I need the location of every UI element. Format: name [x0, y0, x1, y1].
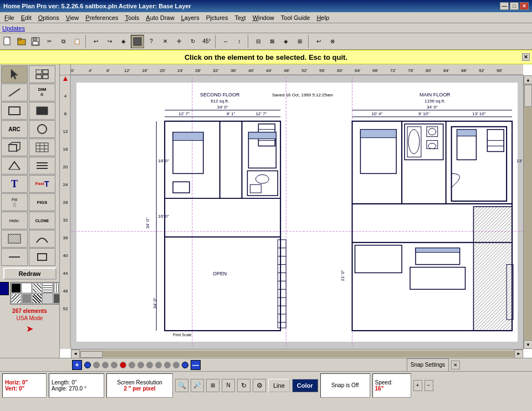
- scroll-track-vertical[interactable]: [524, 84, 532, 340]
- menu-edit[interactable]: Edit: [18, 13, 35, 22]
- pattern-cell-7[interactable]: [22, 294, 32, 304]
- toolbar-move[interactable]: ✛: [172, 35, 186, 48]
- snap-circle-12[interactable]: [182, 362, 188, 368]
- snap-circle-10[interactable]: [164, 362, 171, 368]
- color-swatch[interactable]: [0, 282, 9, 295]
- pattern-cell-6[interactable]: [11, 294, 21, 304]
- tool-fill[interactable]: Fill░: [1, 193, 28, 211]
- tool-poly[interactable]: [1, 157, 28, 174]
- snap-circle-4[interactable]: [111, 362, 117, 368]
- pattern-cell-5[interactable]: [53, 283, 60, 293]
- snap-plus-button[interactable]: +: [72, 360, 82, 370]
- tool-line[interactable]: [1, 84, 28, 101]
- notification-close[interactable]: ✕: [522, 53, 530, 61]
- pattern-cell-9[interactable]: [43, 294, 53, 304]
- tool-line-h[interactable]: [1, 248, 28, 266]
- settings-button[interactable]: ⚙: [253, 379, 266, 392]
- snap-circle-3[interactable]: [102, 362, 109, 368]
- snap-circle-5[interactable]: [120, 362, 126, 368]
- snap-circle-2[interactable]: [93, 362, 100, 368]
- scroll-thumb-vertical[interactable]: [524, 85, 532, 107]
- snap-circle-6[interactable]: [129, 362, 135, 368]
- tool-text-fast[interactable]: FastT: [29, 175, 55, 193]
- menu-preferences[interactable]: Preferences: [82, 13, 121, 22]
- north-button[interactable]: N: [222, 379, 235, 392]
- tool-curve[interactable]: [29, 230, 55, 248]
- tool-clone[interactable]: CLONE: [29, 212, 55, 229]
- toolbar-save[interactable]: [29, 35, 42, 48]
- updates-label[interactable]: Updates: [2, 25, 25, 32]
- tool-hide[interactable]: Hide:: [1, 212, 28, 229]
- toolbar-cut[interactable]: ✂: [43, 35, 56, 48]
- tool-arc[interactable]: ARC: [1, 120, 28, 138]
- menu-layers[interactable]: Layers: [178, 13, 203, 22]
- scroll-right-button[interactable]: ►: [514, 350, 523, 358]
- tool-figs[interactable]: FIGS: [29, 193, 55, 211]
- zoom-in-button[interactable]: 🔍: [175, 379, 188, 392]
- toolbar-select[interactable]: ◈: [117, 35, 130, 48]
- redraw-button[interactable]: Redraw: [3, 268, 57, 280]
- pattern-cell-8[interactable]: [32, 294, 42, 304]
- menu-autodraw[interactable]: Auto Draw: [142, 13, 177, 22]
- toolbar-new[interactable]: [1, 35, 14, 48]
- toolbar-question[interactable]: ?: [145, 35, 158, 48]
- menu-view[interactable]: View: [63, 13, 83, 22]
- toolbar-active[interactable]: [131, 35, 144, 48]
- scroll-thumb-horizontal[interactable]: [80, 351, 103, 358]
- menu-file[interactable]: File: [1, 13, 18, 22]
- toolbar-redo[interactable]: ↪: [103, 35, 116, 48]
- snap-circle-7[interactable]: [137, 362, 144, 368]
- toolbar-misc1[interactable]: ◈: [279, 35, 293, 48]
- line-button[interactable]: Line: [268, 379, 290, 392]
- speed-down-button[interactable]: −: [424, 380, 433, 391]
- maximize-button[interactable]: □: [510, 2, 519, 10]
- snap-circle-11[interactable]: [173, 362, 180, 368]
- tool-select-arrow[interactable]: [1, 65, 28, 83]
- toolbar-flip-h[interactable]: ↔: [219, 35, 232, 48]
- toolbar-rotate[interactable]: ↻: [186, 35, 200, 48]
- toolbar-flip-v[interactable]: ↕: [233, 35, 246, 48]
- menu-text[interactable]: Text: [231, 13, 249, 22]
- menu-pictures[interactable]: Pictures: [203, 13, 232, 22]
- menu-tools[interactable]: Tools: [122, 13, 143, 22]
- toolbar-open[interactable]: [15, 35, 28, 48]
- toolbar-45[interactable]: 45°: [200, 35, 213, 48]
- tool-grid[interactable]: [29, 138, 55, 156]
- snap-minus-button[interactable]: —: [191, 360, 201, 370]
- toolbar-undo[interactable]: ↩: [89, 35, 103, 48]
- refresh-button[interactable]: ↻: [237, 379, 250, 392]
- zoom-out-button[interactable]: 🔎: [191, 379, 204, 392]
- menu-window[interactable]: Window: [249, 13, 278, 22]
- tool-text-t[interactable]: T: [1, 175, 28, 193]
- toolbar-misc2[interactable]: ⊞: [293, 35, 306, 48]
- fit-button[interactable]: ⊞: [206, 379, 219, 392]
- scroll-track-horizontal[interactable]: [80, 351, 514, 357]
- snap-circle-9[interactable]: [155, 362, 162, 368]
- menu-help[interactable]: Help: [313, 13, 332, 22]
- toolbar-misc3[interactable]: ⊗: [326, 35, 339, 48]
- toolbar-paste[interactable]: 📋: [70, 35, 84, 48]
- toolbar-stop[interactable]: ✕: [158, 35, 172, 48]
- canvas[interactable]: SECOND FLOOR 612 sq.ft. Saved 16 Oct, 19…: [71, 75, 523, 349]
- tool-rect-open[interactable]: [1, 102, 28, 120]
- tool-dim[interactable]: DIM≡: [29, 84, 55, 101]
- pattern-cell-2[interactable]: [22, 283, 32, 293]
- menu-toolguide[interactable]: Tool Guide: [278, 13, 314, 22]
- tool-multi[interactable]: [29, 157, 55, 174]
- scroll-down-button[interactable]: ▼: [524, 340, 532, 349]
- menu-options[interactable]: Options: [35, 13, 63, 22]
- scrollbar-vertical[interactable]: ▲ ▼: [523, 75, 532, 349]
- pattern-cell-10[interactable]: [53, 294, 60, 304]
- pattern-cell-1[interactable]: [11, 283, 21, 293]
- speed-up-button[interactable]: +: [413, 380, 422, 391]
- scroll-left-button[interactable]: ◄: [71, 350, 80, 358]
- toolbar-wall[interactable]: ⊟: [252, 35, 265, 48]
- pattern-cell-4[interactable]: [43, 283, 53, 293]
- tool-rect3d[interactable]: [1, 138, 28, 156]
- tool-rect-sm[interactable]: [29, 248, 55, 266]
- tool-select-all[interactable]: [29, 65, 55, 83]
- snap-settings-button[interactable]: Snap Settings: [407, 358, 449, 372]
- snap-settings-close[interactable]: ✕: [451, 361, 460, 369]
- scroll-up-button[interactable]: ▲: [524, 75, 532, 84]
- pattern-cell-3[interactable]: [32, 283, 42, 293]
